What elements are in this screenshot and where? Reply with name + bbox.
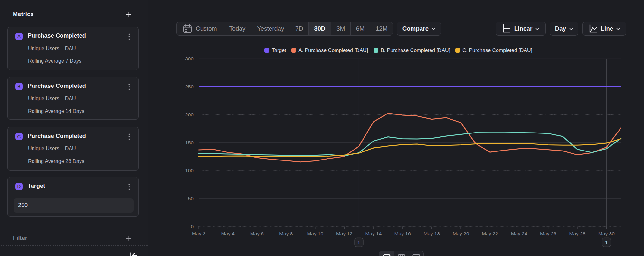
svg-text:May 8: May 8 <box>279 231 293 236</box>
svg-text:May 18: May 18 <box>423 231 440 236</box>
svg-text:May 22: May 22 <box>482 231 498 236</box>
svg-text:May 28: May 28 <box>569 231 586 236</box>
svg-text:May 16: May 16 <box>394 231 411 236</box>
svg-text:250: 250 <box>185 84 194 89</box>
svg-text:1: 1 <box>605 240 608 245</box>
svg-text:May 4: May 4 <box>221 231 235 236</box>
svg-text:200: 200 <box>185 112 194 117</box>
svg-text:May 14: May 14 <box>365 231 382 236</box>
svg-text:May 24: May 24 <box>511 231 527 236</box>
svg-text:May 6: May 6 <box>250 231 264 236</box>
svg-text:1: 1 <box>357 240 360 245</box>
svg-text:50: 50 <box>188 196 194 201</box>
svg-text:May 10: May 10 <box>307 231 323 236</box>
svg-text:May 26: May 26 <box>540 231 556 236</box>
svg-text:May 12: May 12 <box>336 231 353 236</box>
svg-text:0: 0 <box>191 224 194 229</box>
svg-text:150: 150 <box>185 140 194 145</box>
svg-text:100: 100 <box>185 168 194 173</box>
svg-text:May 2: May 2 <box>192 231 205 236</box>
svg-text:300: 300 <box>185 56 194 61</box>
svg-text:May 30: May 30 <box>598 231 615 236</box>
svg-text:May 20: May 20 <box>453 231 469 236</box>
